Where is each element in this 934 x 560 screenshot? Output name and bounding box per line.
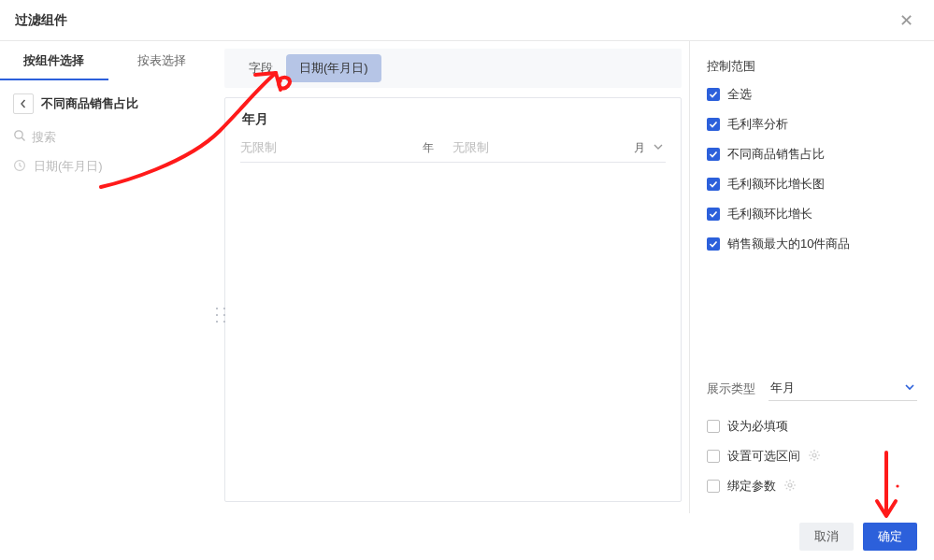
year-cell: 无限制 年 [240,139,434,156]
svg-line-17 [786,481,787,481]
mid-content: 年月 无限制 年 无限制 月 [224,97,682,502]
display-type-select[interactable]: 年月 [769,376,917,401]
checkbox [707,88,720,101]
confirm-button[interactable]: 确定 [863,523,917,551]
chevron-left-icon [19,97,28,111]
year-month-row: 无限制 年 无限制 月 [240,139,666,163]
checkbox [707,148,720,161]
close-icon: ✕ [899,11,913,30]
tab-by-component[interactable]: 按组件选择 [0,41,108,80]
dialog-footer: 取消 确定 [0,513,934,560]
checkbox [707,480,720,493]
scope-item[interactable]: 毛利额环比增长 [707,206,917,223]
year-select[interactable]: 无限制 [240,139,423,156]
dialog-title: 过滤组件 [15,12,67,29]
cancel-button[interactable]: 取消 [799,523,854,551]
month-unit: 月 [634,140,645,156]
year-month-title: 年月 [240,111,666,128]
right-panel: 控制范围 全选毛利率分析不同商品销售占比毛利额环比增长图毛利额环比增长销售额最大… [689,41,934,513]
dialog-body: 按组件选择 按表选择 不同商品销售占比 [0,41,934,513]
gear-icon[interactable] [783,479,797,495]
close-button[interactable]: ✕ [894,8,919,33]
dialog-header: 过滤组件 ✕ [0,0,934,41]
scope-item[interactable]: 毛利率分析 [707,116,917,133]
checkbox [707,237,720,251]
field-item-label: 日期(年月日) [34,158,103,175]
tab-date[interactable]: 日期(年月日) [286,54,381,82]
chevron-down-icon [904,381,915,395]
scope-item-label: 毛利额环比增长 [727,206,812,223]
tab-by-table[interactable]: 按表选择 [108,41,217,80]
mid-tabs: 字段 日期(年月日) [224,49,682,88]
right-lower: 展示类型 年月 设为必填项设置可选区间绑定参数 [707,376,917,502]
svg-point-3 [812,453,816,457]
mid-panel: 字段 日期(年月日) 年月 无限制 年 无限制 月 [217,41,689,513]
chevron-down-icon [653,141,664,155]
back-button[interactable] [13,93,34,114]
scope-item[interactable]: 不同商品销售占比 [707,146,917,163]
tab-field[interactable]: 字段 [236,54,286,82]
svg-line-8 [811,451,812,452]
svg-line-1 [22,137,24,140]
display-type-value: 年月 [770,380,795,396]
clock-icon [13,159,26,175]
svg-point-12 [788,483,792,487]
option-list: 设为必填项设置可选区间绑定参数 [707,418,917,495]
checkbox [707,420,720,433]
checkbox [707,208,720,221]
left-tabs: 按组件选择 按表选择 [0,41,216,80]
scope-item-label: 全选 [727,86,752,103]
scope-title: 控制范围 [707,58,917,75]
svg-line-11 [817,451,818,452]
month-cell: 无限制 月 [453,139,646,156]
display-type-row: 展示类型 年月 [707,376,917,401]
option-row[interactable]: 设置可选区间 [707,448,917,465]
left-panel: 按组件选择 按表选择 不同商品销售占比 [0,41,217,513]
month-select[interactable]: 无限制 [453,139,635,156]
search-input[interactable] [32,130,203,144]
scope-checkbox-list: 全选毛利率分析不同商品销售占比毛利额环比增长图毛利额环比增长销售额最大的10件商… [707,86,917,252]
pane-name: 不同商品销售占比 [41,95,138,112]
svg-line-10 [811,457,812,458]
scope-item[interactable]: 销售额最大的10件商品 [707,236,917,252]
svg-line-19 [786,487,787,488]
scope-item-label: 不同商品销售占比 [727,146,825,163]
checkbox [707,450,720,463]
option-label: 绑定参数 [727,478,776,495]
gear-icon[interactable] [808,449,821,465]
svg-line-9 [817,457,818,458]
scope-item[interactable]: 毛利额环比增长图 [707,176,917,193]
pane-title-row: 不同商品销售占比 [0,80,216,123]
year-unit: 年 [423,140,434,156]
scope-item[interactable]: 全选 [707,86,917,103]
option-label: 设置可选区间 [727,448,800,465]
scope-item-label: 销售额最大的10件商品 [727,236,850,252]
field-item-date[interactable]: 日期(年月日) [0,151,216,182]
checkbox [707,178,720,191]
search-icon [13,129,26,145]
svg-line-18 [793,487,794,488]
scope-item-label: 毛利率分析 [727,116,788,133]
scope-item-label: 毛利额环比增长图 [727,176,825,193]
month-dropdown-caret[interactable] [651,141,666,155]
svg-line-20 [793,481,794,481]
svg-point-0 [15,131,22,138]
checkbox [707,118,720,131]
option-row[interactable]: 绑定参数 [707,478,917,495]
panel-resize-handle[interactable] [216,308,225,323]
filter-dialog: 过滤组件 ✕ 按组件选择 按表选择 不同商品销售占比 [0,0,934,560]
search-row [0,123,216,151]
display-type-label: 展示类型 [707,381,755,397]
option-row[interactable]: 设为必填项 [707,418,917,435]
option-label: 设为必填项 [727,418,788,435]
